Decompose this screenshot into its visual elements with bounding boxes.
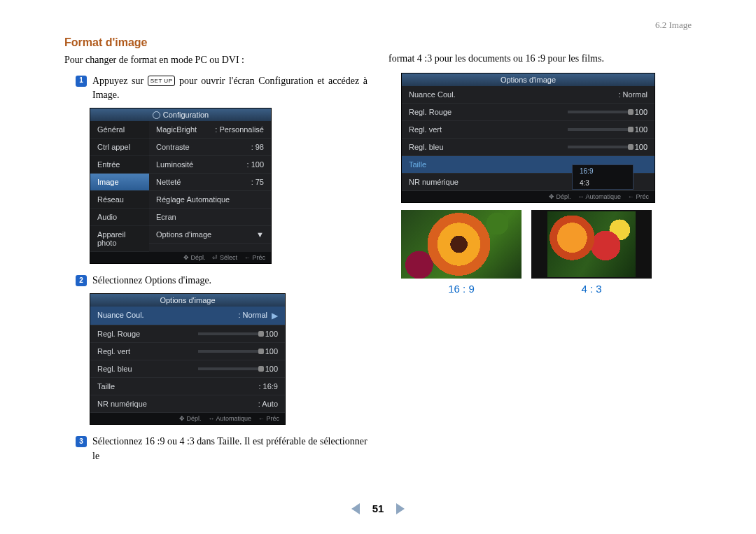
popup-option-selected: 16:9 (573, 165, 633, 177)
page-number: 51 (372, 503, 384, 514)
osd-options-taille-screenshot: Options d'image Nuance Coul.: Normal Reg… (401, 73, 655, 203)
setup-key-icon: SET UP (148, 76, 176, 87)
step-bullet: 2 (76, 275, 87, 286)
step3-text: Sélectionnez 16 :9 ou 4 :3 dans Taille. … (92, 435, 368, 463)
osd-title: Configuration (163, 111, 209, 119)
step3-continuation: format 4 :3 pour les documents ou 16 :9 … (388, 52, 692, 66)
sample-4-3: 4 : 3 (531, 210, 652, 295)
popup-option: 4:3 (573, 177, 633, 189)
right-column: format 4 :3 pour les documents ou 16 :9 … (388, 36, 692, 468)
page-footer: 51 (0, 503, 756, 514)
sidebar-item: Entrée (90, 156, 149, 174)
chevron-right-icon: ▶ (272, 311, 278, 321)
ratio-label-43: 4 : 3 (531, 283, 652, 295)
breadcrumb: 6.2 Image (64, 20, 692, 31)
flower-image (547, 211, 636, 277)
sidebar-item: Ctrl appel (90, 139, 149, 156)
sample-16-9: 16 : 9 (401, 210, 522, 295)
osd-sidebar: Général Ctrl appel Entrée Image Réseau A… (90, 121, 149, 252)
intro-text: Pour changer de format en mode PC ou DVI… (64, 53, 368, 67)
gear-icon (153, 111, 160, 119)
osd-title: Options d'image (160, 296, 215, 304)
step-3: 3 Sélectionnez 16 :9 ou 4 :3 dans Taille… (76, 435, 368, 463)
osd-configuration-screenshot: Configuration Général Ctrl appel Entrée … (90, 108, 272, 264)
taille-popup: 16:9 4:3 (572, 164, 634, 190)
sidebar-item: Audio (90, 209, 149, 226)
left-column: Format d'image Pour changer de format en… (64, 36, 368, 468)
osd-options-screenshot: Options d'image Nuance Coul.: Normal▶ Re… (90, 293, 286, 425)
osd-footer: ✥ Dépl.⏎ Sélect← Préc (90, 252, 271, 263)
sidebar-item: Appareil photo (90, 226, 149, 252)
step-bullet: 3 (76, 436, 87, 447)
osd-title: Options d'image (500, 76, 556, 84)
flower-image (401, 210, 522, 279)
section-title: Format d'image (64, 36, 368, 49)
ratio-label-169: 16 : 9 (401, 283, 522, 295)
osd-main-panel: MagicBright: Personnalisé Contraste: 98 … (149, 121, 271, 252)
step2-text: Sélectionnez Options d'image. (92, 274, 368, 288)
sidebar-item: Réseau (90, 191, 149, 209)
sidebar-item-selected: Image (90, 174, 149, 191)
prev-page-icon[interactable] (351, 503, 360, 514)
step1-text-a: Appuyez sur (92, 76, 148, 86)
sidebar-item: Général (90, 121, 149, 139)
step-2: 2 Sélectionnez Options d'image. (76, 274, 368, 288)
next-page-icon[interactable] (396, 503, 405, 514)
step-1: 1 Appuyez sur SET UP pour ouvrir l'écran… (76, 74, 368, 103)
step-bullet: 1 (76, 76, 87, 87)
